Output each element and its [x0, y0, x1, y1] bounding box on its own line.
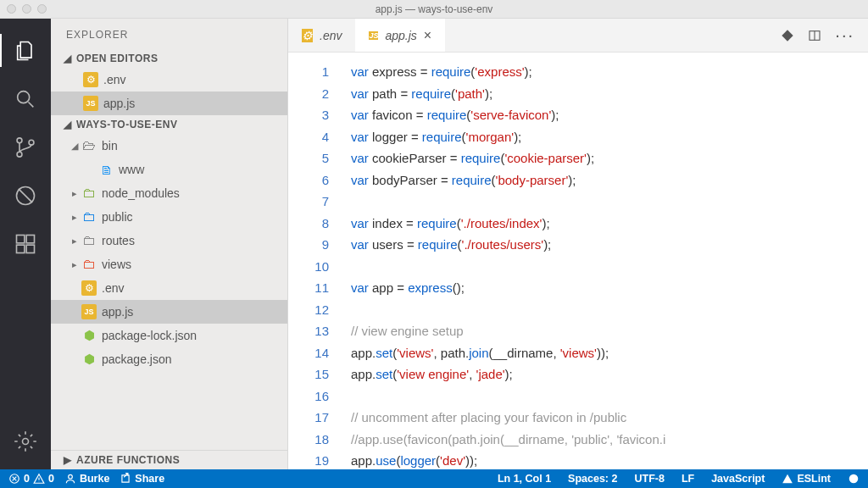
close-window-icon[interactable]: [7, 4, 16, 14]
status-encoding[interactable]: UTF-8: [634, 473, 664, 485]
status-cursor-pos[interactable]: Ln 1, Col 1: [498, 473, 551, 485]
env-file-icon: ⚙: [81, 280, 97, 296]
code-content[interactable]: var express = require('express');var pat…: [339, 53, 868, 469]
svg-point-3: [29, 140, 34, 145]
status-bar: 0 0 Burke Share Ln 1, Col 1 Spaces: 2 UT…: [0, 469, 868, 488]
js-file-icon: JS: [83, 96, 98, 111]
open-editor-item[interactable]: ⚙.env: [51, 68, 287, 92]
window-controls[interactable]: [7, 4, 47, 14]
line-number: 7: [288, 191, 329, 213]
status-spaces[interactable]: Spaces: 2: [568, 473, 617, 485]
folder-open-icon: 🗁: [81, 138, 97, 153]
tree-file[interactable]: JSapp.js: [51, 300, 287, 324]
split-editor-icon[interactable]: [808, 29, 821, 42]
tree-file[interactable]: ⚙.env: [51, 276, 287, 300]
folder-icon: 🗀: [81, 186, 97, 201]
zoom-window-icon[interactable]: [37, 4, 47, 14]
code-line: var path = require('path');: [351, 83, 868, 105]
tree-folder[interactable]: ▸🗀public: [51, 205, 287, 229]
tree-item-label: public: [102, 210, 133, 224]
gear-icon: [14, 430, 37, 453]
line-number: 11: [288, 277, 329, 299]
activity-extensions[interactable]: [0, 220, 51, 267]
activity-search[interactable]: [0, 75, 51, 122]
tree-folder[interactable]: ▸🗀node_modules: [51, 181, 287, 205]
svg-rect-7: [17, 245, 25, 252]
code-editor[interactable]: 12345678910111213141516171819 var expres…: [288, 53, 868, 469]
warning-icon: [33, 473, 45, 485]
activity-settings[interactable]: [0, 418, 51, 464]
status-problems[interactable]: 0 0: [8, 473, 54, 485]
share-icon: [120, 473, 131, 485]
activity-debug[interactable]: [0, 172, 51, 219]
open-editor-item[interactable]: JSapp.js: [51, 92, 287, 115]
json-file-icon: ⬢: [81, 328, 97, 343]
code-line: app.set('views', path.join(__dirname, 'v…: [351, 342, 868, 364]
tree-file[interactable]: 🗎www: [51, 158, 287, 181]
tree-item-label: www: [119, 163, 144, 176]
minimize-window-icon[interactable]: [22, 4, 31, 14]
tree-item-label: routes: [102, 234, 135, 247]
chevron-right-icon: ▸: [68, 259, 81, 270]
line-number-gutter: 12345678910111213141516171819: [288, 53, 339, 469]
code-line: [351, 299, 868, 321]
status-eol[interactable]: LF: [682, 473, 694, 485]
git-compare-icon[interactable]: [781, 29, 794, 42]
tree-item-label: bin: [102, 139, 118, 152]
section-workspace[interactable]: ◢ WAYS-TO-USE-ENV: [51, 115, 287, 134]
titlebar: app.js — ways-to-use-env: [0, 0, 868, 19]
chevron-right-icon: ▸: [68, 212, 81, 223]
chevron-down-icon: ◢: [63, 119, 73, 130]
line-number: 3: [288, 104, 329, 126]
status-share[interactable]: Share: [120, 473, 164, 485]
editor-tab[interactable]: JSapp.js×: [355, 19, 445, 52]
line-number: 13: [288, 320, 329, 342]
chevron-down-icon: ◢: [68, 141, 81, 152]
section-azure-functions[interactable]: ▶ AZURE FUNCTIONS: [51, 450, 287, 469]
code-line: var express = require('express');: [351, 61, 868, 83]
line-number: 9: [288, 234, 329, 256]
person-icon: [64, 473, 76, 485]
editor-tab[interactable]: ⚙.env: [288, 19, 355, 52]
line-number: 19: [288, 450, 329, 469]
activity-scm[interactable]: [0, 124, 51, 170]
more-actions-icon[interactable]: ···: [835, 25, 854, 45]
chevron-right-icon: ▸: [68, 188, 81, 199]
activity-explorer[interactable]: [0, 27, 51, 74]
tree-file[interactable]: ⬢package.json: [51, 347, 287, 371]
line-number: 16: [288, 385, 329, 408]
section-open-editors[interactable]: ◢ OPEN EDITORS: [51, 49, 287, 68]
tree-folder[interactable]: ▸🗀routes: [51, 229, 287, 252]
code-line: var logger = require('morgan');: [351, 126, 868, 148]
status-language[interactable]: JavaScript: [711, 473, 765, 485]
line-number: 4: [288, 126, 329, 148]
tree-item-label: package-lock.json: [102, 329, 197, 342]
code-line: var users = require('./routes/users');: [351, 234, 868, 256]
code-line: [351, 385, 868, 408]
tree-item-label: app.js: [102, 305, 133, 319]
warning-icon: [782, 473, 793, 485]
code-line: [351, 191, 868, 213]
tree-folder[interactable]: ◢🗁bin: [51, 134, 287, 158]
tree-item-label: .env: [102, 281, 124, 295]
tree-file[interactable]: ⬢package-lock.json: [51, 324, 287, 347]
svg-rect-5: [17, 235, 25, 242]
window-title: app.js — ways-to-use-env: [376, 3, 493, 15]
code-line: var index = require('./routes/index');: [351, 213, 868, 235]
tree-folder[interactable]: ▸🗀views: [51, 252, 287, 276]
close-tab-icon[interactable]: ×: [424, 29, 431, 42]
status-liveshare-user[interactable]: Burke: [64, 473, 109, 485]
tab-label: app.js: [385, 29, 416, 42]
line-number: 10: [288, 256, 329, 278]
json-file-icon: ⬢: [81, 352, 97, 367]
tab-actions: ···: [781, 19, 868, 52]
svg-point-9: [23, 438, 29, 444]
code-line: [351, 256, 868, 278]
status-feedback[interactable]: [848, 473, 860, 485]
section-label: AZURE FUNCTIONS: [76, 454, 180, 466]
tree-item-label: views: [102, 258, 131, 271]
line-number: 2: [288, 83, 329, 105]
line-number: 5: [288, 147, 329, 169]
chevron-right-icon: ▶: [63, 454, 73, 466]
status-eslint[interactable]: ESLint: [782, 473, 831, 485]
